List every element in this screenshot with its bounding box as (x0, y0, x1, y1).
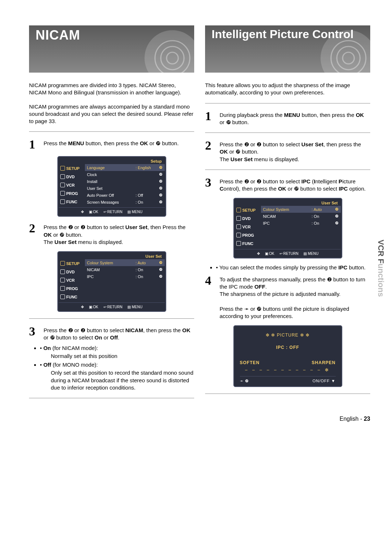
osd-picture: ✻ ✻ PICTURE ✻ ✻ IPC : OFF SOFTEN SHARPEN… (233, 325, 342, 387)
svg-point-4 (320, 30, 370, 73)
step-2: 2 Press the ❷ or ❷ button to select User… (205, 139, 370, 163)
osd-side-func[interactable]: FUNC (59, 197, 85, 206)
osd-row-clock[interactable]: Clock❿ (85, 171, 165, 178)
osd-side-vcr[interactable]: VCR (235, 223, 261, 231)
sharpness-scale[interactable]: – – – – – – – – – – – ✻ (240, 367, 336, 372)
osd-side-prog[interactable]: PROG (235, 231, 261, 239)
osd-side-setup[interactable]: SETUP (235, 206, 261, 214)
divider (29, 318, 194, 319)
nav-onoff: ON/OFF ▼ (313, 379, 336, 383)
dvd-icon (60, 174, 65, 179)
osd-footer: ✥ ▣ OK ↩ RETURN ▤ MENU (59, 207, 165, 215)
osd-side-func[interactable]: FUNC (59, 293, 85, 301)
dvd-icon (236, 216, 241, 221)
step-2: 2 Press the ❷ or ❷ button to select User… (29, 222, 194, 246)
osd-list: Language: English❿ Clock❿ Install❿ User … (85, 164, 165, 206)
step-4: 4 To adjust the sharpness manually, pres… (205, 274, 370, 320)
osd-side-tabs: SETUP DVD VCR PROG FUNC (59, 164, 85, 206)
osd-side-dvd[interactable]: DVD (235, 214, 261, 223)
osd-row-coloursystem[interactable]: Colour System: Auto❿ (261, 206, 341, 213)
osd-list: Colour System: Auto❿ NICAM: On❿ IPC: On❿ (85, 259, 165, 301)
gear-icon (236, 208, 241, 212)
osd-side-dvd[interactable]: DVD (59, 172, 85, 181)
step-number: 4 (205, 274, 216, 320)
divider (29, 131, 194, 132)
step-number: 2 (29, 222, 40, 246)
option-on-desc: Normally set at this position (51, 353, 194, 360)
divider (205, 103, 370, 103)
prog-icon (60, 286, 65, 291)
vcr-icon (236, 224, 241, 229)
intro-paragraph: This feature allows you to adjust the sh… (205, 82, 370, 97)
osd-header: User Set (59, 253, 165, 259)
divider (205, 394, 370, 394)
osd-side-prog[interactable]: PROG (59, 284, 85, 293)
note-ipc-button: • You can select the modes simply by pre… (216, 264, 370, 271)
osd-side-setup[interactable]: SETUP (59, 259, 85, 268)
step-text: During playback press the MENU button, t… (220, 110, 370, 126)
step-text: Press the ❷ or ❷ button to select User S… (220, 139, 370, 163)
step-number: 2 (205, 139, 216, 163)
osd-row-language[interactable]: Language: English❿ (85, 164, 165, 171)
section-title-ipc: Intelligent Picture Control (205, 25, 370, 73)
page-footer: English - 23 (29, 416, 370, 422)
osd-side-setup[interactable]: SETUP (59, 164, 85, 172)
osd-footer: ✥ ▣ OK ↩ RETURN ▤ MENU (59, 302, 165, 310)
step-number: 1 (29, 138, 40, 151)
svg-point-0 (144, 30, 194, 73)
osd-side-dvd[interactable]: DVD (59, 268, 85, 276)
disc-icon (143, 29, 194, 73)
osd-row-ipc[interactable]: IPC: On❿ (85, 273, 165, 280)
nav-icon: ✥ (257, 252, 260, 256)
divider (29, 398, 194, 398)
osd-row-nicam[interactable]: NICAM: On❿ (85, 266, 165, 273)
vcr-icon (60, 183, 65, 187)
osd-side-prog[interactable]: PROG (59, 189, 85, 197)
osd-row-install[interactable]: Install❿ (85, 178, 165, 185)
ipc-status: IPC : OFF (240, 345, 336, 350)
osd-side-func[interactable]: FUNC (235, 239, 261, 248)
nav-icon: ✥ (81, 210, 84, 214)
osd-row-userset[interactable]: User Set❿ (85, 185, 165, 192)
func-icon (60, 199, 65, 204)
osd-row-screenmsg[interactable]: Screen Messages: On❿ (85, 199, 165, 205)
note-list: • You can select the modes simply by pre… (205, 264, 370, 271)
osd-row-autopoweroff[interactable]: Auto Power Off: Off❿ (85, 192, 165, 199)
gear-icon (60, 261, 65, 266)
divider (205, 170, 370, 170)
osd-side-tabs: SETUP DVD VCR PROG FUNC (235, 206, 261, 248)
disc-icon (319, 29, 370, 73)
step-number: 3 (29, 325, 40, 342)
osd-userset-menu: User Set SETUP DVD VCR PROG FUNC Colour … (233, 198, 342, 258)
step-3: 3 Press the ❷ or ❷ button to select NICA… (29, 325, 194, 342)
osd-row-nicam[interactable]: NICAM: On❿ (261, 213, 341, 220)
step-text: Press the ❷ or ❷ button to select NICAM,… (44, 325, 194, 342)
osd-setup-menu: Setup SETUP DVD VCR PROG FUNC Language: … (57, 156, 166, 217)
step-text: To adjust the sharpness manually, press … (220, 274, 370, 320)
dvd-icon (60, 269, 65, 274)
nav-icon: ✥ (81, 305, 84, 309)
prog-icon (60, 191, 65, 196)
osd-side-vcr[interactable]: VCR (59, 181, 85, 189)
intro-paragraph-1: NICAM programmes are divided into 3 type… (29, 82, 194, 97)
picture-title: ✻ ✻ PICTURE ✻ ✻ (240, 333, 336, 338)
osd-row-ipc[interactable]: IPC: On❿ (261, 220, 341, 227)
osd-side-vcr[interactable]: VCR (59, 276, 85, 284)
func-icon (60, 294, 65, 299)
divider (205, 133, 370, 133)
soften-label: SOFTEN (240, 360, 260, 365)
step-number: 1 (205, 110, 216, 126)
step-1: 1 Press the MENU button, then press the … (29, 138, 194, 151)
step-1: 1 During playback press the MENU button,… (205, 110, 370, 126)
osd-userset-menu: User Set SETUP DVD VCR PROG FUNC Colour … (57, 251, 166, 312)
option-on: • On (for NICAM mode): Normally set at t… (40, 345, 194, 360)
osd-footer: ✥ ▣ OK ↩ RETURN ▤ MENU (235, 249, 341, 257)
step-3: 3 Press the ❷ or ❷ button to select IPC … (205, 176, 370, 193)
section-tab: VCR Functions (376, 240, 385, 297)
osd-row-coloursystem[interactable]: Colour System: Auto❿ (85, 259, 165, 266)
step-text: Press the ❷ or ❷ button to select User S… (44, 222, 194, 246)
func-icon (236, 241, 241, 246)
step-text: Press the ❷ or ❷ button to select IPC (I… (220, 176, 370, 193)
gear-icon (60, 166, 65, 171)
step-text: Press the MENU button, then press the OK… (44, 138, 179, 151)
